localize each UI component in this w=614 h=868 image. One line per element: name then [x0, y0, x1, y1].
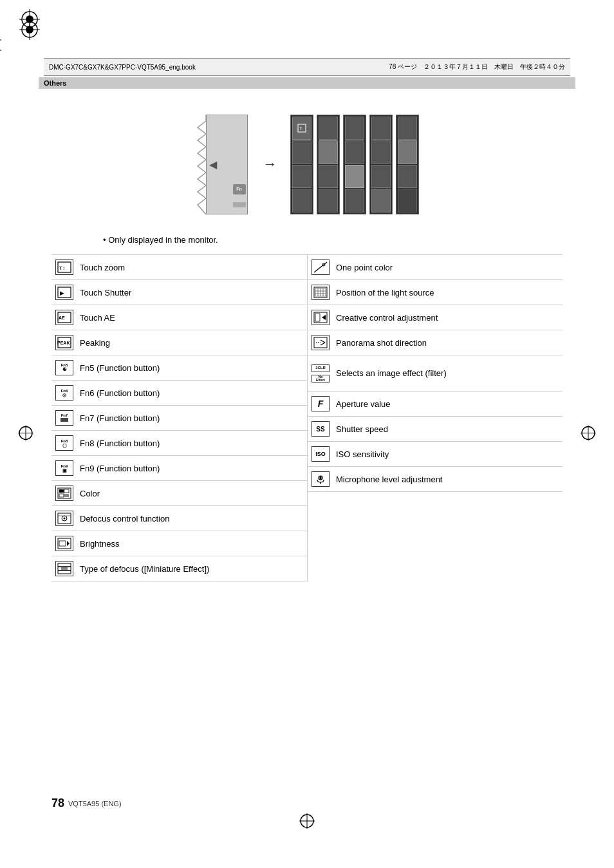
label-fn8: Fn8 (Function button): [80, 439, 304, 448]
image-effect-icon: 1CLR No Effect: [310, 364, 331, 382]
peaking-icon: PEAK: [54, 334, 75, 352]
row-miniature: Type of defocus ([Miniature Effect]): [51, 556, 307, 581]
svg-point-43: [64, 518, 66, 520]
section-bar: Others: [39, 77, 575, 89]
touch-zoom-icon: T↕: [54, 258, 75, 276]
header-filename-bar: DMC-GX7C&GX7K&GX7PPC-VQT5A95_eng.book 78…: [44, 58, 570, 76]
filename-text: DMC-GX7C&GX7K&GX7PPC-VQT5A95_eng.book: [49, 64, 196, 71]
page-info-text: 78 ページ ２０１３年７月１１日 木曜日 午後２時４０分: [389, 62, 565, 71]
label-image-effect: Selects an image effect (filter): [336, 368, 560, 378]
miniature-icon: [54, 560, 75, 578]
arrow-icon: →: [263, 156, 277, 173]
svg-text:T↕: T↕: [59, 265, 65, 271]
note-text: • Only displayed in the monitor.: [103, 235, 218, 245]
label-brightness: Brightness: [80, 539, 304, 549]
label-light-source: Position of the light source: [336, 288, 560, 297]
svg-rect-69: [320, 476, 322, 480]
svg-rect-40: [64, 494, 69, 497]
mic-icon: [310, 470, 331, 488]
label-miniature: Type of defocus ([Miniature Effect]): [80, 564, 304, 574]
row-fn6: Fn6 ◎ Fn6 (Function button): [51, 381, 307, 406]
row-one-point-color: One point color: [308, 254, 563, 280]
row-shutter: SS Shutter speed: [308, 417, 563, 442]
defocus-icon: [54, 509, 75, 527]
label-touch-zoom: Touch zoom: [80, 263, 304, 272]
label-fn6: Fn6 (Function button): [80, 388, 304, 398]
touch-ae-icon: AE: [54, 308, 75, 326]
footer: 78 VQT5A95 (ENG): [51, 797, 563, 810]
row-color: Color: [51, 481, 307, 506]
row-fn5: Fn5 ⊕ Fn5 (Function button): [51, 355, 307, 381]
row-microphone: Microphone level adjustment: [308, 467, 563, 492]
row-panorama: Panorama shot direction: [308, 330, 563, 355]
shutter-icon: SS: [310, 420, 331, 438]
page-model: VQT5A95 (ENG): [68, 800, 122, 807]
color-icon: [54, 484, 75, 502]
content-table: T↕ Touch zoom ▶ Touch Shutter: [51, 254, 563, 581]
svg-rect-39: [59, 494, 64, 497]
right-column: One point color Position of the l: [307, 254, 563, 581]
label-defocus: Defocus control function: [80, 514, 304, 524]
row-touch-shutter: ▶ Touch Shutter: [51, 280, 307, 305]
cross-mark-bottom-center: [299, 813, 315, 831]
label-peaking: Peaking: [80, 338, 304, 348]
row-touch-ae: AE Touch AE: [51, 305, 307, 330]
row-light-source: Position of the light source: [308, 280, 563, 305]
brightness-icon: [54, 534, 75, 552]
label-touch-ae: Touch AE: [80, 313, 304, 323]
svg-line-52: [314, 262, 327, 272]
label-touch-shutter: Touch Shutter: [80, 288, 304, 297]
one-point-color-icon: [310, 258, 331, 276]
fn5-icon: Fn5 ⊕: [54, 359, 75, 377]
row-fn7: Fn7 Fn7 (Function button): [51, 406, 307, 431]
touch-shutter-icon: ▶: [54, 283, 75, 301]
label-creative-control: Creative control adjustment: [336, 313, 560, 323]
svg-line-65: [321, 340, 325, 343]
label-shutter: Shutter speed: [336, 424, 560, 434]
page-number: 78: [51, 797, 64, 810]
row-iso: ISO ISO sensitivity: [308, 442, 563, 467]
svg-rect-51: [61, 567, 68, 570]
svg-marker-47: [67, 541, 70, 546]
row-creative-control: Creative control adjustment: [308, 305, 563, 330]
svg-marker-63: [322, 315, 326, 320]
camera-ui-image: Fn ◀ → T: [77, 100, 537, 229]
label-iso: ISO sensitivity: [336, 449, 560, 459]
row-fn8: Fn8 ▢ Fn8 (Function button): [51, 431, 307, 456]
svg-text:T: T: [299, 126, 302, 131]
iso-icon: ISO: [310, 445, 331, 463]
svg-text:PEAK: PEAK: [57, 341, 70, 345]
row-aperture: F Aperture value: [308, 392, 563, 417]
corner-mark-bl: [19, 9, 40, 30]
left-column: T↕ Touch zoom ▶ Touch Shutter: [51, 254, 307, 581]
fn6-icon: Fn6 ◎: [54, 384, 75, 402]
svg-text:▶: ▶: [60, 290, 64, 296]
camera-panels-right: T: [290, 115, 419, 214]
row-touch-zoom: T↕ Touch zoom: [51, 254, 307, 280]
aperture-icon: F: [310, 395, 331, 413]
svg-line-66: [321, 343, 325, 345]
label-panorama: Panorama shot direction: [336, 338, 560, 348]
label-fn5: Fn5 (Function button): [80, 363, 304, 373]
svg-rect-46: [59, 541, 66, 546]
section-label: Others: [44, 79, 66, 87]
creative-control-icon: [310, 308, 331, 326]
panorama-icon: [310, 334, 331, 352]
light-source-icon: [310, 283, 331, 301]
cross-mark-left: [18, 426, 33, 443]
svg-rect-62: [315, 314, 320, 321]
row-image-effect: 1CLR No Effect Selects an image effect (…: [308, 355, 563, 392]
svg-rect-37: [59, 489, 64, 493]
fn9-icon: Fn9 ▣: [54, 459, 75, 477]
svg-rect-35: [60, 418, 68, 422]
camera-panel-left: Fn ◀: [196, 115, 250, 214]
svg-rect-38: [64, 489, 69, 493]
fn8-icon: Fn8 ▢: [54, 434, 75, 452]
label-color: Color: [80, 489, 304, 498]
row-defocus: Defocus control function: [51, 506, 307, 531]
svg-text:AE: AE: [59, 316, 65, 320]
corner-mark-br: [0, 30, 1, 50]
row-fn9: Fn9 ▣ Fn9 (Function button): [51, 456, 307, 481]
label-one-point-color: One point color: [336, 263, 560, 272]
fn7-icon: Fn7: [54, 409, 75, 427]
